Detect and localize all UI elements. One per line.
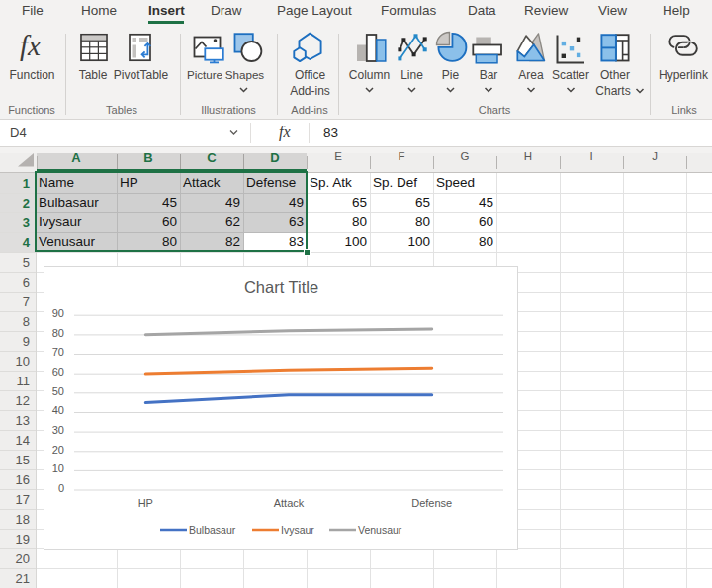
svg-text:80: 80 bbox=[52, 327, 64, 339]
svg-text:Bulbasaur: Bulbasaur bbox=[189, 524, 236, 536]
svg-text:70: 70 bbox=[52, 346, 64, 358]
svg-text:HP: HP bbox=[138, 497, 153, 509]
svg-text:30: 30 bbox=[52, 424, 64, 436]
svg-text:90: 90 bbox=[52, 307, 64, 319]
svg-text:Venusaur: Venusaur bbox=[358, 524, 402, 536]
svg-text:10: 10 bbox=[52, 462, 64, 474]
svg-text:50: 50 bbox=[52, 385, 64, 397]
svg-text:Chart Title: Chart Title bbox=[244, 278, 318, 295]
svg-text:Ivysaur: Ivysaur bbox=[281, 524, 314, 536]
svg-text:0: 0 bbox=[58, 482, 64, 494]
svg-text:40: 40 bbox=[52, 404, 64, 416]
svg-text:20: 20 bbox=[52, 444, 64, 456]
svg-text:60: 60 bbox=[52, 366, 64, 378]
svg-text:Attack: Attack bbox=[274, 497, 305, 509]
svg-text:Defense: Defense bbox=[411, 497, 452, 509]
